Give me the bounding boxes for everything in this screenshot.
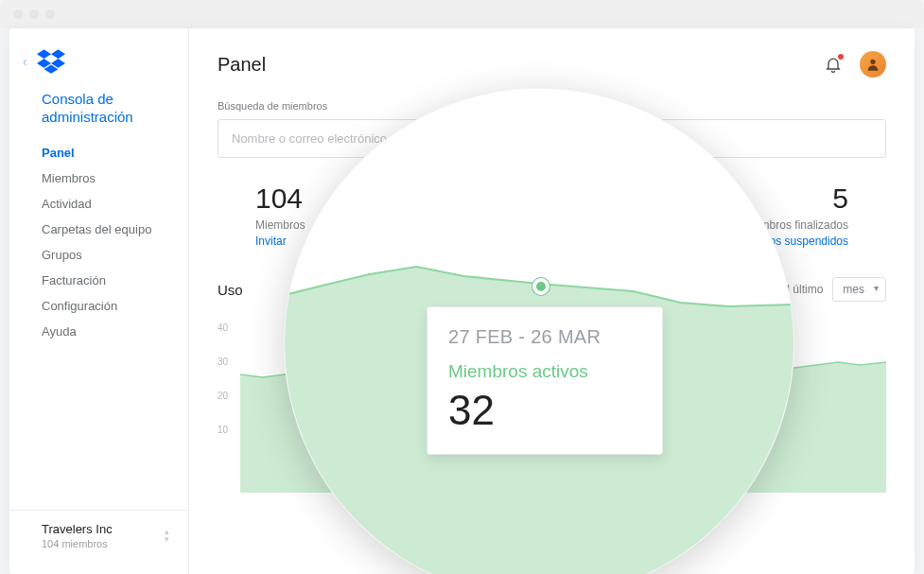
tooltip-value: 32 <box>448 390 641 431</box>
avatar[interactable] <box>860 51 886 78</box>
window-dot <box>13 9 23 19</box>
team-sub: 104 miembros <box>42 538 113 549</box>
back-chevron-icon[interactable]: ‹ <box>23 54 27 69</box>
sidebar-item-ayuda[interactable]: Ayuda <box>9 319 188 344</box>
svg-marker-0 <box>37 49 51 59</box>
sidebar: ‹ Consola de administración Panel Miembr… <box>9 28 189 574</box>
sort-chevrons-icon: ▴▾ <box>165 529 169 543</box>
tooltip-label: Miembros activos <box>448 361 641 382</box>
window-dot <box>29 9 39 19</box>
sidebar-item-configuracion[interactable]: Configuración <box>9 293 188 319</box>
team-name: Travelers Inc <box>42 522 113 536</box>
y-tick: 40 <box>218 322 228 333</box>
chart-point-marker <box>532 278 549 295</box>
sidebar-item-panel[interactable]: Panel <box>9 140 188 165</box>
y-tick: 10 <box>218 425 228 435</box>
person-icon <box>865 57 880 72</box>
console-title: Consola de administración <box>9 91 188 127</box>
svg-marker-1 <box>51 49 65 59</box>
chart-tooltip: 27 FEB - 26 MAR Miembros activos 32 <box>427 306 663 455</box>
invite-link[interactable]: Invitar <box>255 235 287 248</box>
tooltip-date: 27 FEB - 26 MAR <box>448 326 641 348</box>
usage-title: Uso <box>218 282 243 298</box>
notification-dot-icon <box>838 54 844 60</box>
notifications-button[interactable] <box>824 55 843 74</box>
page-title: Panel <box>218 54 266 76</box>
dropbox-logo-icon <box>37 49 65 74</box>
period-select[interactable]: mes <box>832 277 886 302</box>
browser-chrome <box>0 0 924 28</box>
sidebar-item-grupos[interactable]: Grupos <box>9 242 188 268</box>
zoom-lens: 27 FEB - 26 MAR Miembros activos 32 <box>284 88 794 574</box>
sidebar-nav: Panel Miembros Actividad Carpetas del eq… <box>9 140 188 344</box>
sidebar-item-carpetas[interactable]: Carpetas del equipo <box>9 217 188 242</box>
sidebar-item-miembros[interactable]: Miembros <box>9 165 188 191</box>
window-dot <box>45 9 55 19</box>
svg-point-5 <box>870 60 875 64</box>
sidebar-item-actividad[interactable]: Actividad <box>9 191 188 217</box>
y-tick: 20 <box>218 391 228 401</box>
sidebar-item-facturacion[interactable]: Facturación <box>9 268 188 293</box>
y-tick: 30 <box>218 357 228 367</box>
team-picker[interactable]: Travelers Inc 104 miembros ▴▾ <box>9 510 188 561</box>
